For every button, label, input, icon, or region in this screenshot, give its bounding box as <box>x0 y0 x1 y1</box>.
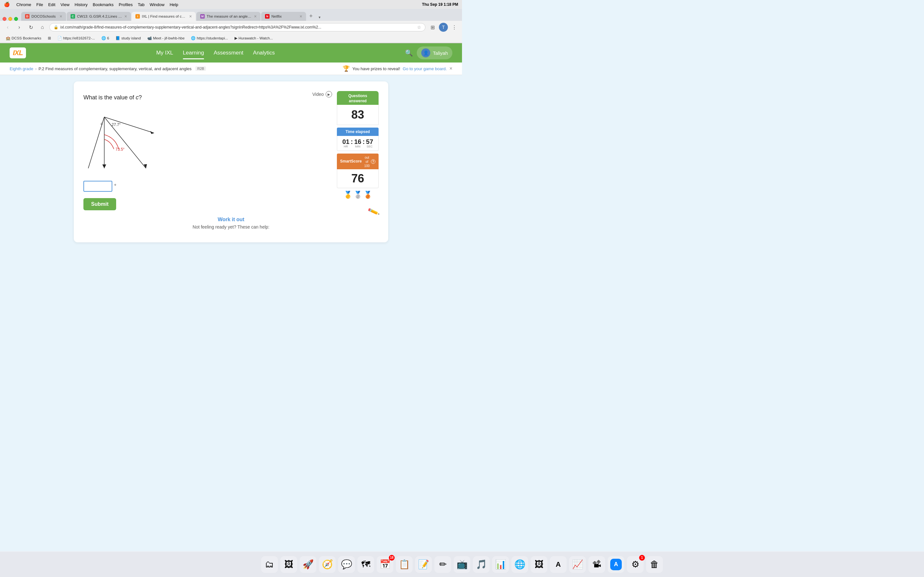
arrow-right <box>150 131 154 134</box>
questions-answered-label: Questions answered <box>337 91 379 105</box>
time-elapsed-label: Time elapsed <box>337 127 379 136</box>
bookmark-hurawatch-label: Hurawatch - Watch... <box>239 36 273 40</box>
trophy-icon: 🏆 <box>342 65 350 72</box>
bookmark-study-island[interactable]: 📘 study island <box>113 35 144 41</box>
breadcrumb-bar: Eighth grade › P.2 Find measures of comp… <box>0 63 462 75</box>
video-button[interactable]: Video ▶ <box>312 91 332 97</box>
bookmark-num6[interactable]: 🌐 6 <box>99 35 111 41</box>
geometry-figure: c 27.7° 73.5° <box>87 107 324 173</box>
prize-banner: 🏆 You have prizes to reveal! Go to your … <box>342 65 452 72</box>
menu-profiles[interactable]: Profiles <box>119 2 132 7</box>
menubar-time: Thu Sep 19 1:18 PM <box>422 2 458 7</box>
address-bar-row: ‹ › ↻ ⌂ 🔒 ixl.com/math/grade-8/find-meas… <box>0 21 462 34</box>
time-hours: 01 HR <box>342 139 349 148</box>
menu-button[interactable]: ⋮ <box>450 23 459 32</box>
nav-assessment[interactable]: Assessment <box>214 48 244 57</box>
menu-file[interactable]: File <box>36 2 43 7</box>
smartscore-info-icon[interactable]: ? <box>371 159 375 164</box>
arrow-down <box>102 164 106 168</box>
nav-my-ixl[interactable]: My IXL <box>156 48 173 57</box>
tab-close-measure[interactable]: × <box>254 14 257 19</box>
reload-button[interactable]: ↻ <box>26 23 35 32</box>
fullscreen-button[interactable] <box>14 17 18 21</box>
bookmark-meet[interactable]: 📹 Meet - jif-bwhb-hbe <box>145 35 187 41</box>
menu-window[interactable]: Window <box>150 2 164 7</box>
questions-answered-value: 83 <box>337 105 379 125</box>
work-it-out-subtitle: Not feeling ready yet? These can help: <box>83 224 379 229</box>
breadcrumb-grade[interactable]: Eighth grade <box>10 66 33 71</box>
medal-silver: 🥈 <box>354 191 362 199</box>
menu-bookmarks[interactable]: Bookmarks <box>93 2 113 7</box>
work-it-out-title[interactable]: Work it out <box>83 217 379 222</box>
tab-cw13[interactable]: C CW13: G.GSR.4.2,Lines and... × <box>67 12 131 21</box>
tab-docschools[interactable]: D DOCOSchools × <box>21 12 66 21</box>
degree-symbol: ° <box>114 183 116 189</box>
menu-edit[interactable]: Edit <box>48 2 55 7</box>
apple-menu[interactable]: 🍎 <box>4 2 10 7</box>
bookmark-star-icon[interactable]: ☆ <box>417 25 421 30</box>
video-play-icon: ▶ <box>326 91 332 97</box>
bookmark-meet-label: Meet - jif-bwhb-hbe <box>153 36 184 40</box>
breadcrumb-skill: P.2 Find measures of complementary, supp… <box>39 66 192 71</box>
menu-tab[interactable]: Tab <box>137 2 144 7</box>
close-button[interactable] <box>3 17 6 21</box>
tab-title-docschools: DOCOSchools <box>31 15 58 18</box>
angle-c-label: c <box>101 121 103 126</box>
minimize-button[interactable] <box>8 17 12 21</box>
menu-view[interactable]: View <box>61 2 69 7</box>
extensions-button[interactable]: ⊞ <box>428 23 437 32</box>
bookmark-studentapi[interactable]: 🌐 https://studentapi... <box>188 35 230 41</box>
search-button[interactable]: 🔍 <box>405 49 413 57</box>
home-button[interactable]: ⌂ <box>38 23 47 32</box>
bookmark-e816[interactable]: 📄 https://e8162672-... <box>55 35 97 41</box>
bookmark-study-island-icon: 📘 <box>115 36 120 40</box>
smartscore-label: SmartScore out of 100 ? <box>337 153 379 169</box>
ixl-app: IXL My IXL Learning Assessment Analytics… <box>0 43 462 268</box>
tab-ixl-find[interactable]: I IXL | Find measures of compl... × <box>132 12 196 21</box>
geometry-svg: c 27.7° 73.5° <box>87 107 157 171</box>
tab-netflix[interactable]: N Netflix × <box>261 12 306 21</box>
bookmark-dcss-label: DCSS Bookmarks <box>11 36 41 40</box>
menu-help[interactable]: Help <box>170 2 178 7</box>
tab-title-measure: The measure of an angle is 8... <box>207 15 252 18</box>
time-sep-2: : <box>363 139 365 148</box>
bookmark-studentapi-label: https://studentapi... <box>197 36 228 40</box>
tab-close-docschools[interactable]: × <box>60 14 62 19</box>
prize-text: You have prizes to reveal! <box>352 66 400 71</box>
submit-button[interactable]: Submit <box>83 198 116 210</box>
profile-button[interactable]: T <box>439 23 448 32</box>
tab-favicon-ixl: I <box>136 14 140 19</box>
time-sep-1: : <box>351 139 353 148</box>
nav-learning[interactable]: Learning <box>183 48 204 57</box>
tab-measure[interactable]: M The measure of an angle is 8... × <box>196 12 260 21</box>
bookmark-dcss[interactable]: 🏫 DCSS Bookmarks <box>3 35 44 41</box>
menu-chrome[interactable]: Chrome <box>16 2 31 7</box>
medal-gold: 🥇 <box>344 191 352 199</box>
bookmark-hurawatch[interactable]: ▶ Hurawatch - Watch... <box>232 35 276 41</box>
address-bar[interactable]: 🔒 ixl.com/math/grade-8/find-measures-of-… <box>49 23 425 31</box>
nav-analytics[interactable]: Analytics <box>253 48 275 57</box>
tab-bar: D DOCOSchools × C CW13: G.GSR.4.2,Lines … <box>0 9 462 21</box>
ixl-header-right: 🔍 👤 Taliyah <box>405 47 452 59</box>
bookmark-grid[interactable]: ⊞ <box>45 35 53 41</box>
medals-row: 🥇 🥈 🥉 <box>337 188 379 201</box>
breadcrumb-separator: › <box>35 66 37 71</box>
menu-history[interactable]: History <box>75 2 87 7</box>
ixl-logo[interactable]: IXL <box>10 47 26 58</box>
bookmark-studentapi-icon: 🌐 <box>191 36 195 40</box>
tab-close-cw13[interactable]: × <box>124 14 127 19</box>
prize-link[interactable]: Go to your game board. <box>403 66 447 71</box>
time-seconds: 57 SEC <box>366 139 373 148</box>
answer-input[interactable] <box>83 181 112 192</box>
tab-list-button[interactable]: ▾ <box>316 14 323 21</box>
video-label: Video <box>312 92 324 97</box>
browser-chrome: D DOCOSchools × C CW13: G.GSR.4.2,Lines … <box>0 9 462 43</box>
forward-button[interactable]: › <box>15 23 24 32</box>
user-menu-button[interactable]: 👤 Taliyah <box>417 47 452 59</box>
tab-close-netflix[interactable]: × <box>300 14 302 19</box>
prize-close-button[interactable]: × <box>449 66 452 71</box>
breadcrumb-code: R2B <box>195 66 206 71</box>
tab-close-ixl[interactable]: × <box>189 14 192 19</box>
new-tab-button[interactable]: + <box>307 11 315 21</box>
back-button[interactable]: ‹ <box>3 23 12 32</box>
